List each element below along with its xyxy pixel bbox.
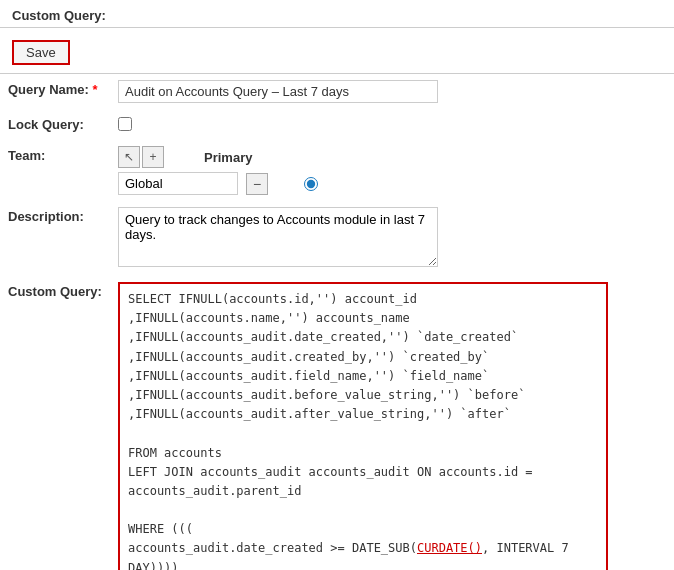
team-row: Team: ↖ + Primary (0, 140, 674, 201)
team-top-row: ↖ + Primary (118, 146, 666, 168)
plus-icon: + (149, 150, 156, 164)
lock-query-row: Lock Query: (0, 109, 674, 140)
query-name-row: Query Name: * (0, 74, 674, 109)
custom-query-row: Custom Query: SELECT IFNULL(accounts.id,… (0, 276, 674, 570)
team-icons: ↖ + (118, 146, 164, 168)
custom-query-display[interactable]: SELECT IFNULL(accounts.id,'') account_id… (118, 282, 608, 570)
lock-query-label: Lock Query: (0, 109, 110, 140)
description-label: Description: (0, 201, 110, 276)
primary-label: Primary (204, 150, 252, 165)
required-star: * (93, 82, 98, 97)
minus-icon: − (253, 176, 261, 192)
query-name-cell (110, 74, 674, 109)
team-label: Team: (0, 140, 110, 201)
team-primary-radio[interactable] (304, 177, 318, 191)
lock-query-cell (110, 109, 674, 140)
top-divider (0, 27, 674, 28)
team-bottom-row: − (118, 172, 666, 195)
description-cell: Query to track changes to Accounts modul… (110, 201, 674, 276)
curdate-underline: CURDATE() (417, 541, 482, 555)
description-textarea[interactable]: Query to track changes to Accounts modul… (118, 207, 438, 267)
cursor-icon: ↖ (124, 150, 134, 164)
team-input[interactable] (118, 172, 238, 195)
team-cell: ↖ + Primary − (110, 140, 674, 201)
query-name-input[interactable] (118, 80, 438, 103)
save-btn-row: Save (0, 36, 674, 73)
page-title: Custom Query: (0, 0, 674, 27)
lock-query-checkbox[interactable] (118, 117, 132, 131)
save-button[interactable]: Save (12, 40, 70, 65)
description-row: Description: Query to track changes to A… (0, 201, 674, 276)
team-remove-button[interactable]: − (246, 173, 268, 195)
team-select-icon-button[interactable]: ↖ (118, 146, 140, 168)
custom-query-cell: SELECT IFNULL(accounts.id,'') account_id… (110, 276, 674, 570)
custom-query-label: Custom Query: (0, 276, 110, 570)
team-add-icon-button[interactable]: + (142, 146, 164, 168)
team-section: ↖ + Primary − (118, 146, 666, 195)
query-name-label: Query Name: * (0, 74, 110, 109)
form-table: Query Name: * Lock Query: Team: ↖ + (0, 74, 674, 570)
